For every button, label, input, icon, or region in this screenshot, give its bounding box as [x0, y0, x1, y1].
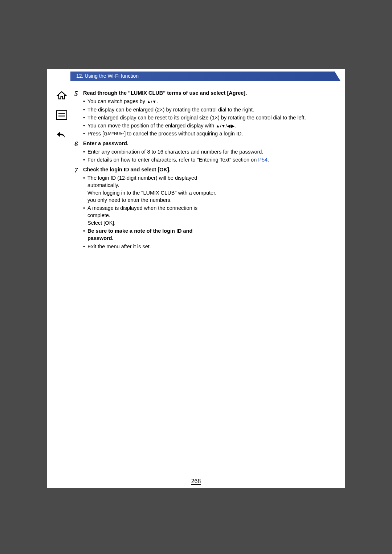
- bullet-line: The login ID (12-digit number) will be d…: [87, 174, 217, 189]
- step-number: 5: [74, 89, 83, 138]
- chapter-title: 12. Using the Wi-Fi function: [76, 73, 139, 79]
- bullet-text: The enlarged display can be reset to its…: [87, 114, 336, 121]
- bullet-text: Exit the menu after it is set.: [87, 243, 217, 250]
- bullet-text: Press [: [87, 131, 104, 137]
- nav-icons: [56, 90, 68, 148]
- bullet-text-bold: Be sure to make a note of the login ID a…: [87, 227, 217, 242]
- bullet-tail: .: [268, 157, 269, 163]
- bullet-item: •You can switch pages by ▲/▼.: [83, 98, 336, 105]
- bullet-text: You can switch pages by: [87, 98, 147, 104]
- step-body: Enter a password. •Enter any combination…: [83, 140, 336, 164]
- bullet-item: •The display can be enlarged (2×) by rot…: [83, 106, 336, 113]
- step-title: Check the login ID and select [OK].: [83, 166, 217, 173]
- page-number: 268: [47, 478, 345, 485]
- step-title: Enter a password.: [83, 140, 336, 147]
- step-number: 7: [74, 166, 83, 251]
- page-link-p54[interactable]: P54: [258, 157, 268, 163]
- bullet-tail: .: [156, 98, 158, 104]
- bullet-text: The display can be enlarged (2×) by rota…: [87, 106, 336, 113]
- bullet-text: You can move the position of the enlarge…: [87, 123, 216, 129]
- toc-icon[interactable]: [56, 109, 68, 121]
- bullet-line: When logging in to the "LUMIX CLUB" with…: [87, 189, 217, 204]
- step-body: Check the login ID and select [OK]. •The…: [83, 166, 217, 251]
- up-down-arrows: ▲/▼: [147, 99, 156, 104]
- bullet-item: •Exit the menu after it is set.: [83, 243, 217, 250]
- bullet-item: •A message is displayed when the connect…: [83, 204, 217, 227]
- bullet-tail: .: [234, 123, 236, 129]
- bullet-item: •For details on how to enter characters,…: [83, 156, 336, 163]
- bullet-tail: ] to cancel the process without acquirin…: [124, 131, 243, 137]
- content-area: 5 Read through the "LUMIX CLUB" terms of…: [74, 89, 336, 252]
- qmenu-back-button-label: Q.MENU/↩: [104, 132, 124, 136]
- home-icon[interactable]: [56, 90, 68, 101]
- bullet-line: Select [OK].: [87, 219, 217, 227]
- bullet-line: A message is displayed when the connecti…: [87, 204, 217, 219]
- header-corner-cut: [335, 72, 340, 81]
- bullet-item: •The login ID (12-digit number) will be …: [83, 174, 217, 204]
- bullet-item: •You can move the position of the enlarg…: [83, 122, 336, 129]
- step-7: 7 Check the login ID and select [OK]. •T…: [74, 166, 336, 251]
- bullet-item: •The enlarged display can be reset to it…: [83, 114, 336, 121]
- bullet-item: •Be sure to make a note of the login ID …: [83, 227, 217, 242]
- step-body: Read through the "LUMIX CLUB" terms of u…: [83, 89, 336, 138]
- bullet-item: •Press [Q.MENU/↩] to cancel the process …: [83, 130, 336, 137]
- bullet-text: Enter any combination of 8 to 16 charact…: [87, 148, 336, 155]
- document-page: 12. Using the Wi-Fi function 5 Read thro…: [47, 69, 345, 488]
- back-icon[interactable]: [56, 129, 68, 140]
- bullet-item: •Enter any combination of 8 to 16 charac…: [83, 148, 336, 155]
- direction-arrows: ▲/▼/◀/▶: [216, 123, 234, 129]
- step-title: Read through the "LUMIX CLUB" terms of u…: [83, 89, 336, 97]
- bullet-text: For details on how to enter characters, …: [87, 157, 258, 163]
- step-number: 6: [74, 140, 83, 164]
- step-5: 5 Read through the "LUMIX CLUB" terms of…: [74, 89, 336, 138]
- step-6: 6 Enter a password. •Enter any combinati…: [74, 140, 336, 164]
